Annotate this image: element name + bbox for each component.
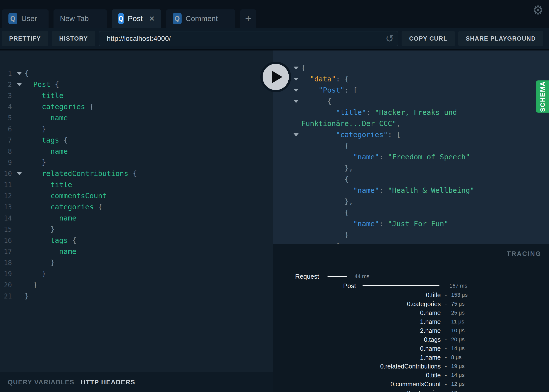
- json-line: },: [301, 163, 353, 174]
- reload-endpoint-icon[interactable]: ↺: [385, 33, 394, 44]
- fold-gutter: [12, 168, 25, 179]
- line-number: 21: [0, 291, 12, 302]
- tracing-field-label: 0.name: [273, 344, 441, 353]
- tracing-field-duration: 13 μs: [451, 389, 465, 392]
- graphql-playground-window: Q User New Tab Q Post ✕ Q Comment + ⚙ PR…: [0, 0, 549, 392]
- tracing-field-duration: 11 μs: [451, 317, 464, 326]
- json-line: "data": {: [301, 74, 349, 85]
- tracing-field-row: 0.name - 25 μs: [273, 308, 549, 317]
- tracing-field-label: 0.relatedContributions: [273, 362, 441, 371]
- response-line: {: [273, 174, 549, 185]
- code-line: }: [25, 268, 46, 279]
- tracing-field-label: 0.tags: [273, 335, 441, 344]
- tracing-span-label: Post: [273, 281, 356, 291]
- tab-new-tab[interactable]: New Tab: [54, 9, 107, 28]
- fold-gutter: [12, 79, 25, 90]
- http-headers-tab[interactable]: HTTP HEADERS: [81, 378, 135, 386]
- prettify-button[interactable]: PRETTIFY: [2, 31, 48, 46]
- tracing-dash: -: [441, 362, 451, 371]
- tab-post-active[interactable]: Q Post ✕: [112, 9, 161, 28]
- line-number: 4: [0, 101, 12, 112]
- tracing-panel: TRACING Request 44 ms Post 167 ms 0.titl…: [273, 244, 549, 392]
- close-tab-icon[interactable]: ✕: [149, 15, 155, 23]
- response-line: Funktionäre...Der CCC",: [273, 118, 549, 129]
- response-line: "title": "Hacker, Freaks und: [273, 107, 549, 118]
- query-editor-line: 15 }: [0, 224, 273, 235]
- json-line: "name": "Health & Wellbeing": [301, 185, 474, 196]
- query-editor-line: 21 }: [0, 291, 273, 302]
- fold-gutter: [273, 163, 301, 174]
- code-line: name: [25, 112, 68, 123]
- share-playground-button[interactable]: SHARE PLAYGROUND: [458, 31, 543, 46]
- tracing-field-row: 0.relatedContributions - 19 μs: [273, 362, 549, 371]
- tracing-dash: -: [441, 380, 451, 389]
- fold-arrow-icon[interactable]: [294, 67, 299, 70]
- fold-arrow-icon[interactable]: [294, 100, 299, 103]
- fold-arrow-icon[interactable]: [17, 72, 22, 75]
- json-line: {: [301, 62, 305, 74]
- fold-arrow-icon[interactable]: [17, 172, 22, 175]
- fold-gutter: [273, 207, 301, 218]
- add-tab-button[interactable]: +: [240, 9, 256, 28]
- query-editor-line: 13 categories {: [0, 201, 273, 213]
- fold-gutter: [273, 96, 301, 107]
- tracing-dash: -: [441, 326, 451, 335]
- tracing-field-row: 0.title - 14 μs: [273, 371, 549, 380]
- tracing-field-duration: 10 μs: [451, 326, 465, 335]
- line-number: 19: [0, 268, 12, 279]
- query-editor-line: 16 tags {: [0, 235, 273, 246]
- tracing-field-row: 1.name - 11 μs: [273, 317, 549, 326]
- code-line: categories {: [25, 201, 102, 213]
- code-line: Post {: [25, 79, 59, 90]
- query-editor-line: 6 }: [0, 123, 273, 135]
- copy-curl-button[interactable]: COPY CURL: [402, 31, 455, 46]
- code-line: title: [25, 179, 72, 190]
- endpoint-url-input[interactable]: [99, 31, 398, 46]
- json-line: {: [301, 174, 349, 185]
- code-line: commentsCount: [25, 190, 107, 201]
- tracing-span-bar: [328, 276, 347, 277]
- tab-comment[interactable]: Q Comment: [166, 9, 235, 28]
- settings-gear-icon[interactable]: ⚙: [532, 4, 544, 16]
- response-line: "categories": [: [273, 129, 549, 140]
- tracing-field-row: 0.categories - 75 μs: [273, 299, 549, 308]
- json-line: Funktionäre...Der CCC",: [301, 118, 401, 129]
- line-number: 3: [0, 90, 12, 101]
- code-line: }: [25, 279, 37, 291]
- line-number: 17: [0, 246, 12, 257]
- fold-arrow-icon[interactable]: [17, 83, 22, 86]
- code-line: name: [25, 246, 77, 257]
- code-line: }: [25, 157, 46, 168]
- tracing-dash: -: [441, 371, 451, 380]
- line-number: 13: [0, 201, 12, 213]
- tracing-field-rows: 0.title - 153 μs 0.categories - 75 μs 0.…: [273, 291, 549, 392]
- query-variables-tab[interactable]: QUERY VARIABLES: [8, 378, 74, 386]
- fold-gutter: [273, 185, 301, 196]
- tracing-dash: -: [441, 291, 451, 299]
- history-button[interactable]: HISTORY: [52, 31, 95, 46]
- schema-side-tab[interactable]: SCHEMA: [536, 80, 549, 113]
- tracing-field-label: 2.name: [273, 326, 441, 335]
- fold-arrow-icon[interactable]: [294, 89, 299, 92]
- fold-gutter: [12, 213, 25, 224]
- tab-label: User: [21, 14, 37, 23]
- fold-gutter: [12, 291, 25, 302]
- json-line: "categories": [: [301, 129, 401, 140]
- schema-side-tab-label: SCHEMA: [536, 80, 549, 113]
- code-line: name: [25, 146, 68, 157]
- tracing-dash: -: [441, 308, 451, 317]
- query-editor-line: 7 tags {: [0, 135, 273, 146]
- fold-arrow-icon[interactable]: [294, 78, 299, 81]
- plus-icon: +: [245, 13, 251, 24]
- execute-button[interactable]: [260, 62, 291, 92]
- query-type-badge: Q: [173, 13, 182, 24]
- fold-gutter: [12, 68, 25, 79]
- response-line: "data": {: [273, 74, 549, 85]
- code-line: name: [25, 213, 77, 224]
- tab-user[interactable]: Q User: [2, 9, 49, 28]
- code-line: tags {: [25, 135, 68, 146]
- execute-button-circle: [263, 64, 289, 90]
- query-editor[interactable]: 1 { 2 Post { 3 title 4: [0, 50, 273, 372]
- fold-gutter: [273, 107, 301, 118]
- fold-arrow-icon[interactable]: [294, 133, 299, 136]
